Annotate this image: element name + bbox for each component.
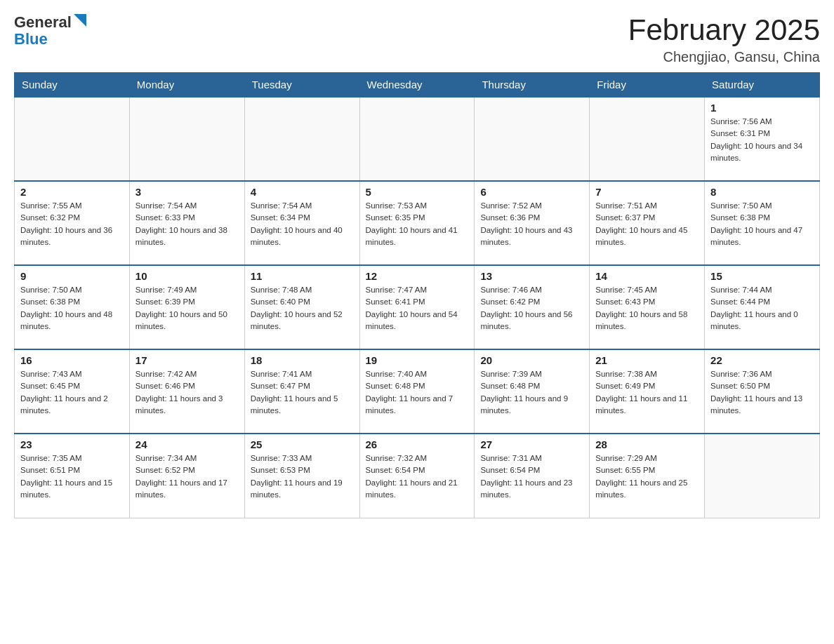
- day-info: Sunrise: 7:50 AMSunset: 6:38 PMDaylight:…: [20, 284, 124, 333]
- calendar-cell: 8Sunrise: 7:50 AMSunset: 6:38 PMDaylight…: [705, 181, 820, 265]
- day-info: Sunrise: 7:43 AMSunset: 6:45 PMDaylight:…: [20, 368, 124, 417]
- day-info: Sunrise: 7:55 AMSunset: 6:32 PMDaylight:…: [20, 200, 124, 248]
- week-row-3: 9Sunrise: 7:50 AMSunset: 6:38 PMDaylight…: [15, 265, 820, 349]
- day-info: Sunrise: 7:51 AMSunset: 6:37 PMDaylight:…: [595, 200, 699, 248]
- location-subtitle: Chengjiao, Gansu, China: [628, 49, 820, 65]
- header-monday: Monday: [129, 73, 244, 98]
- day-number: 19: [366, 354, 469, 366]
- week-row-4: 16Sunrise: 7:43 AMSunset: 6:45 PMDayligh…: [15, 349, 820, 434]
- calendar-cell: 12Sunrise: 7:47 AMSunset: 6:41 PMDayligh…: [359, 265, 475, 349]
- calendar-cell: 5Sunrise: 7:53 AMSunset: 6:35 PMDaylight…: [359, 181, 475, 265]
- logo-general-text: General: [14, 14, 72, 31]
- calendar-cell: 17Sunrise: 7:42 AMSunset: 6:46 PMDayligh…: [129, 349, 244, 434]
- day-info: Sunrise: 7:31 AMSunset: 6:54 PMDaylight:…: [480, 452, 583, 501]
- header-thursday: Thursday: [475, 73, 590, 98]
- calendar-cell: 14Sunrise: 7:45 AMSunset: 6:43 PMDayligh…: [590, 265, 705, 349]
- day-number: 25: [251, 438, 354, 450]
- page-header: General Blue February 2025 Chengjiao, Ga…: [14, 14, 820, 65]
- calendar-cell: 25Sunrise: 7:33 AMSunset: 6:53 PMDayligh…: [244, 434, 359, 518]
- day-info: Sunrise: 7:35 AMSunset: 6:51 PMDaylight:…: [20, 452, 124, 501]
- day-number: 28: [595, 438, 699, 450]
- day-number: 21: [595, 354, 699, 366]
- svg-marker-0: [74, 14, 86, 27]
- calendar-cell: 13Sunrise: 7:46 AMSunset: 6:42 PMDayligh…: [475, 265, 590, 349]
- calendar-cell: [705, 434, 820, 518]
- calendar-cell: [129, 97, 244, 181]
- day-number: 10: [135, 270, 239, 282]
- day-info: Sunrise: 7:50 AMSunset: 6:38 PMDaylight:…: [710, 200, 814, 248]
- day-number: 13: [480, 270, 583, 282]
- calendar-cell: 20Sunrise: 7:39 AMSunset: 6:48 PMDayligh…: [475, 349, 590, 434]
- day-info: Sunrise: 7:34 AMSunset: 6:52 PMDaylight:…: [135, 452, 239, 501]
- week-row-2: 2Sunrise: 7:55 AMSunset: 6:32 PMDaylight…: [15, 181, 820, 265]
- day-number: 14: [595, 270, 699, 282]
- calendar-cell: [590, 97, 705, 181]
- day-info: Sunrise: 7:33 AMSunset: 6:53 PMDaylight:…: [251, 452, 354, 501]
- header-friday: Friday: [590, 73, 705, 98]
- day-number: 17: [135, 354, 239, 366]
- calendar-cell: 19Sunrise: 7:40 AMSunset: 6:48 PMDayligh…: [359, 349, 475, 434]
- day-info: Sunrise: 7:47 AMSunset: 6:41 PMDaylight:…: [366, 284, 469, 333]
- day-info: Sunrise: 7:39 AMSunset: 6:48 PMDaylight:…: [480, 368, 583, 417]
- day-info: Sunrise: 7:44 AMSunset: 6:44 PMDaylight:…: [710, 284, 814, 333]
- calendar-cell: 6Sunrise: 7:52 AMSunset: 6:36 PMDaylight…: [475, 181, 590, 265]
- day-number: 8: [710, 186, 814, 198]
- calendar-cell: [475, 97, 590, 181]
- calendar-cell: 27Sunrise: 7:31 AMSunset: 6:54 PMDayligh…: [475, 434, 590, 518]
- calendar-cell: [359, 97, 475, 181]
- calendar-cell: 4Sunrise: 7:54 AMSunset: 6:34 PMDaylight…: [244, 181, 359, 265]
- calendar-table: Sunday Monday Tuesday Wednesday Thursday…: [14, 72, 820, 518]
- day-info: Sunrise: 7:53 AMSunset: 6:35 PMDaylight:…: [366, 200, 469, 248]
- day-info: Sunrise: 7:49 AMSunset: 6:39 PMDaylight:…: [135, 284, 239, 333]
- day-number: 23: [20, 438, 124, 450]
- day-number: 27: [480, 438, 583, 450]
- calendar-cell: 3Sunrise: 7:54 AMSunset: 6:33 PMDaylight…: [129, 181, 244, 265]
- day-info: Sunrise: 7:29 AMSunset: 6:55 PMDaylight:…: [595, 452, 699, 501]
- calendar-cell: [15, 97, 130, 181]
- header-saturday: Saturday: [705, 73, 820, 98]
- day-number: 2: [20, 186, 124, 198]
- day-info: Sunrise: 7:48 AMSunset: 6:40 PMDaylight:…: [251, 284, 354, 333]
- header-tuesday: Tuesday: [244, 73, 359, 98]
- day-number: 12: [366, 270, 469, 282]
- month-title: February 2025: [628, 14, 820, 46]
- header-wednesday: Wednesday: [359, 73, 475, 98]
- calendar-header-row: Sunday Monday Tuesday Wednesday Thursday…: [15, 73, 820, 98]
- day-info: Sunrise: 7:40 AMSunset: 6:48 PMDaylight:…: [366, 368, 469, 417]
- day-info: Sunrise: 7:46 AMSunset: 6:42 PMDaylight:…: [480, 284, 583, 333]
- calendar-cell: 1Sunrise: 7:56 AMSunset: 6:31 PMDaylight…: [705, 97, 820, 181]
- day-number: 5: [366, 186, 469, 198]
- day-info: Sunrise: 7:45 AMSunset: 6:43 PMDaylight:…: [595, 284, 699, 333]
- calendar-cell: 9Sunrise: 7:50 AMSunset: 6:38 PMDaylight…: [15, 265, 130, 349]
- calendar-cell: 2Sunrise: 7:55 AMSunset: 6:32 PMDaylight…: [15, 181, 130, 265]
- day-number: 1: [710, 102, 814, 114]
- calendar-cell: 7Sunrise: 7:51 AMSunset: 6:37 PMDaylight…: [590, 181, 705, 265]
- week-row-5: 23Sunrise: 7:35 AMSunset: 6:51 PMDayligh…: [15, 434, 820, 518]
- calendar-cell: 28Sunrise: 7:29 AMSunset: 6:55 PMDayligh…: [590, 434, 705, 518]
- logo: General Blue: [14, 14, 86, 48]
- calendar-cell: 16Sunrise: 7:43 AMSunset: 6:45 PMDayligh…: [15, 349, 130, 434]
- logo-arrow-icon: [74, 14, 86, 27]
- calendar-cell: [244, 97, 359, 181]
- day-info: Sunrise: 7:52 AMSunset: 6:36 PMDaylight:…: [480, 200, 583, 248]
- calendar-cell: 15Sunrise: 7:44 AMSunset: 6:44 PMDayligh…: [705, 265, 820, 349]
- day-number: 22: [710, 354, 814, 366]
- calendar-cell: 23Sunrise: 7:35 AMSunset: 6:51 PMDayligh…: [15, 434, 130, 518]
- day-info: Sunrise: 7:54 AMSunset: 6:33 PMDaylight:…: [135, 200, 239, 248]
- calendar-cell: 21Sunrise: 7:38 AMSunset: 6:49 PMDayligh…: [590, 349, 705, 434]
- day-number: 15: [710, 270, 814, 282]
- day-number: 24: [135, 438, 239, 450]
- title-block: February 2025 Chengjiao, Gansu, China: [628, 14, 820, 65]
- day-number: 26: [366, 438, 469, 450]
- day-number: 3: [135, 186, 239, 198]
- day-info: Sunrise: 7:56 AMSunset: 6:31 PMDaylight:…: [710, 116, 814, 164]
- day-number: 20: [480, 354, 583, 366]
- day-info: Sunrise: 7:32 AMSunset: 6:54 PMDaylight:…: [366, 452, 469, 501]
- day-number: 16: [20, 354, 124, 366]
- day-info: Sunrise: 7:36 AMSunset: 6:50 PMDaylight:…: [710, 368, 814, 417]
- day-number: 7: [595, 186, 699, 198]
- day-number: 18: [251, 354, 354, 366]
- calendar-cell: 24Sunrise: 7:34 AMSunset: 6:52 PMDayligh…: [129, 434, 244, 518]
- day-number: 9: [20, 270, 124, 282]
- calendar-cell: 22Sunrise: 7:36 AMSunset: 6:50 PMDayligh…: [705, 349, 820, 434]
